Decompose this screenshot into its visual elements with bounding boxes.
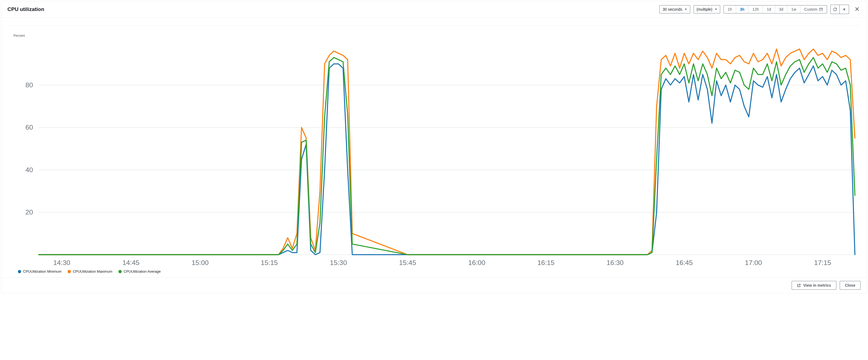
svg-text:40: 40 xyxy=(26,166,33,173)
svg-text:14:30: 14:30 xyxy=(53,259,70,266)
toolbar: 30 seconds ▼ (multiple) ▼ 1h3h12h1d3d1wC… xyxy=(659,5,861,14)
time-range-1h[interactable]: 1h xyxy=(724,5,736,13)
time-range-12h[interactable]: 12h xyxy=(748,5,763,13)
svg-text:20: 20 xyxy=(26,208,33,216)
legend-item[interactable]: CPUUtilization Average xyxy=(118,269,161,273)
line-chart: 2040608014:3014:4515:0015:1515:3015:4516… xyxy=(7,40,861,267)
time-range-1d[interactable]: 1d xyxy=(763,5,775,13)
divider xyxy=(7,25,861,26)
time-range-3d[interactable]: 3d xyxy=(775,5,787,13)
svg-text:16:45: 16:45 xyxy=(676,259,693,266)
caret-down-icon: ▼ xyxy=(715,8,717,11)
refresh-icon xyxy=(833,7,837,11)
refresh-button[interactable] xyxy=(830,5,840,14)
svg-text:17:15: 17:15 xyxy=(814,259,831,266)
svg-text:60: 60 xyxy=(26,124,33,131)
svg-text:15:45: 15:45 xyxy=(399,259,416,266)
panel-body: Percent 2040608014:3014:4515:0015:1515:3… xyxy=(1,18,867,277)
legend-item[interactable]: CPUUtilization Maximum xyxy=(68,269,113,273)
period-select-label: 30 seconds xyxy=(662,7,682,12)
legend-label: CPUUtilization Average xyxy=(124,269,161,273)
time-range-custom-label: Custom xyxy=(804,7,817,11)
close-icon[interactable]: ✕ xyxy=(854,6,861,13)
legend-swatch xyxy=(18,270,21,273)
legend-label: CPUUtilization Minimum xyxy=(23,269,62,273)
svg-text:16:30: 16:30 xyxy=(607,259,624,266)
chart-container: 2040608014:3014:4515:0015:1515:3015:4516… xyxy=(7,40,861,267)
svg-text:15:30: 15:30 xyxy=(330,259,347,266)
legend-label: CPUUtilization Maximum xyxy=(73,269,113,273)
legend-swatch xyxy=(118,270,122,273)
external-link-icon xyxy=(797,284,801,288)
svg-text:14:45: 14:45 xyxy=(122,259,139,266)
svg-text:15:00: 15:00 xyxy=(191,259,209,266)
svg-text:80: 80 xyxy=(26,81,33,89)
calendar-icon xyxy=(819,7,823,11)
cpu-utilization-panel: CPU utilization 30 seconds ▼ (multiple) … xyxy=(1,1,867,293)
panel-title: CPU utilization xyxy=(7,6,44,12)
period-select[interactable]: 30 seconds ▼ xyxy=(659,5,690,14)
panel-footer: View in metrics Close xyxy=(1,277,867,293)
time-range-custom[interactable]: Custom xyxy=(800,5,827,13)
caret-down-icon: ▼ xyxy=(842,7,846,11)
caret-down-icon: ▼ xyxy=(684,8,687,11)
close-button[interactable]: Close xyxy=(840,281,861,290)
refresh-group: ▼ xyxy=(830,5,849,14)
time-range-group: 1h3h12h1d3d1wCustom xyxy=(723,5,827,13)
refresh-options-button[interactable]: ▼ xyxy=(840,5,849,14)
svg-text:15:15: 15:15 xyxy=(261,259,278,266)
panel-header: CPU utilization 30 seconds ▼ (multiple) … xyxy=(1,1,867,18)
view-in-metrics-button[interactable]: View in metrics xyxy=(792,281,836,290)
legend-swatch xyxy=(68,270,71,273)
time-range-1w[interactable]: 1w xyxy=(787,5,800,13)
svg-text:17:00: 17:00 xyxy=(745,259,762,266)
close-button-label: Close xyxy=(845,283,855,288)
legend-item[interactable]: CPUUtilization Minimum xyxy=(18,269,62,273)
statistic-select[interactable]: (multiple) ▼ xyxy=(693,5,720,14)
view-in-metrics-label: View in metrics xyxy=(803,283,831,288)
svg-text:16:00: 16:00 xyxy=(468,259,485,266)
svg-text:16:15: 16:15 xyxy=(537,259,555,266)
time-range-3h[interactable]: 3h xyxy=(736,5,748,13)
legend: CPUUtilization MinimumCPUUtilization Max… xyxy=(7,267,861,273)
y-axis-label: Percent xyxy=(13,34,861,38)
svg-rect-0 xyxy=(819,8,823,11)
statistic-select-label: (multiple) xyxy=(696,7,712,12)
